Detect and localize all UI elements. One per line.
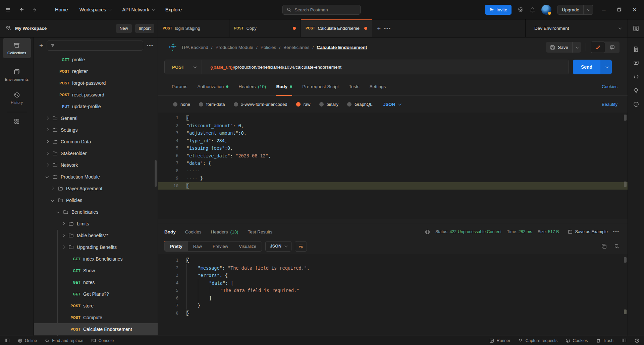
tree-folder[interactable]: StakeHolder xyxy=(34,147,158,159)
beautify-link[interactable]: Beautify xyxy=(602,102,618,107)
breadcrumb-item[interactable]: Production Module xyxy=(215,45,253,50)
request-tab-body[interactable]: Body xyxy=(276,78,292,95)
breadcrumb-item[interactable]: Beneficiaries xyxy=(283,45,309,50)
forward-arrow-icon[interactable] xyxy=(30,5,40,14)
breadcrumb-item[interactable]: Policies xyxy=(261,45,276,50)
tree-folder[interactable]: Production Module xyxy=(34,171,158,183)
body-mode-binary[interactable]: binary xyxy=(319,102,338,107)
code-line[interactable]: 5"issuing_fees":0, xyxy=(158,144,628,152)
code-line[interactable]: 8} xyxy=(158,309,628,317)
add-collection-button[interactable]: + xyxy=(39,42,43,50)
tree-request[interactable]: POSTCompute xyxy=(34,312,158,323)
window-minimize-button[interactable]: ─ xyxy=(599,7,608,13)
invite-button[interactable]: Invite xyxy=(485,5,512,15)
chevron-down-icon[interactable] xyxy=(51,199,54,202)
body-mode-x-www-form-urlencoded[interactable]: x-www-form-urlencoded xyxy=(234,102,287,107)
nav-item-explore[interactable]: Explore xyxy=(165,7,182,12)
request-tab-headers[interactable]: Headers(10) xyxy=(238,78,266,95)
tree-folder[interactable]: table benefits** xyxy=(34,229,158,241)
chevron-right-icon[interactable] xyxy=(46,128,49,132)
request-tab-params[interactable]: Params xyxy=(172,78,187,95)
sidebar-rail-environments[interactable]: Environments xyxy=(3,68,31,81)
tree-request[interactable]: GETprofile xyxy=(34,54,158,65)
tree-folder[interactable]: Common Data xyxy=(34,136,158,147)
new-button[interactable]: New xyxy=(116,24,132,33)
body-mode-none[interactable]: none xyxy=(173,102,190,107)
settings-gear-icon[interactable] xyxy=(518,7,524,13)
chevron-down-icon[interactable] xyxy=(46,175,49,179)
code-line[interactable]: 4"type_id": 284, xyxy=(158,137,628,145)
response-tab-headers[interactable]: Headers(13) xyxy=(211,224,238,239)
request-tab-tests[interactable]: Tests xyxy=(349,78,360,95)
tree-folder[interactable]: Limits xyxy=(34,218,158,229)
response-tab-cookies[interactable]: Cookies xyxy=(185,224,202,239)
statusbar-find-and-replace[interactable]: Find and replace xyxy=(45,338,83,343)
code-line[interactable]: 1{ xyxy=(158,114,628,122)
tab-options-icon[interactable]: ••• xyxy=(384,26,391,31)
method-selector[interactable]: POST xyxy=(165,60,202,74)
tree-request[interactable]: GETindex Beneficiaries xyxy=(34,253,158,265)
hamburger-menu-icon[interactable] xyxy=(3,5,13,14)
user-avatar[interactable] xyxy=(541,5,551,15)
chevron-right-icon[interactable] xyxy=(62,246,65,249)
statusbar-panel[interactable] xyxy=(5,338,10,343)
environment-selector[interactable]: Dev Environment xyxy=(526,19,628,37)
statusbar-panel[interactable] xyxy=(622,338,627,343)
tree-folder[interactable]: Upgrading Benefits xyxy=(34,241,158,253)
code-line[interactable]: 2"discount_amount": 0, xyxy=(158,122,628,130)
chevron-down-icon[interactable] xyxy=(56,210,60,214)
tree-folder[interactable]: Network xyxy=(34,159,158,171)
tree-request[interactable]: GETnotes xyxy=(34,276,158,288)
cookies-link[interactable]: Cookies xyxy=(602,84,618,89)
view-preview[interactable]: Preview xyxy=(207,242,233,251)
breadcrumb-item[interactable]: TPA Backend xyxy=(181,45,208,50)
statusbar-cookies[interactable]: Cookies xyxy=(566,338,588,343)
code-icon[interactable] xyxy=(633,74,639,80)
tree-folder[interactable]: Settings xyxy=(34,124,158,136)
body-mode-raw[interactable]: raw xyxy=(296,102,311,107)
send-button[interactable]: Send xyxy=(573,60,612,74)
statusbar-help[interactable] xyxy=(635,338,639,343)
statusbar-capture-requests[interactable]: Capture requests xyxy=(518,338,557,343)
response-body-viewer[interactable]: 1{2 "message": "The data field is requir… xyxy=(158,254,628,336)
chevron-right-icon[interactable] xyxy=(62,234,65,237)
body-mode-form-data[interactable]: form-data xyxy=(199,102,225,107)
statusbar-online[interactable]: Online xyxy=(18,338,37,343)
global-search-input[interactable]: Search Postman xyxy=(282,5,361,15)
window-maximize-button[interactable] xyxy=(614,7,624,13)
response-scrollbar[interactable] xyxy=(624,257,627,263)
tree-folder[interactable]: General xyxy=(34,112,158,124)
request-tab-settings[interactable]: Settings xyxy=(369,78,386,95)
window-close-button[interactable]: ✕ xyxy=(630,6,639,13)
statusbar-console[interactable]: Console xyxy=(91,338,114,343)
body-mode-GraphQL[interactable]: GraphQL xyxy=(347,102,372,107)
copy-response-icon[interactable] xyxy=(601,244,607,249)
import-button[interactable]: Import xyxy=(135,24,154,33)
tree-request[interactable]: POSTreset-password xyxy=(34,89,158,100)
nav-item-home[interactable]: Home xyxy=(55,7,68,12)
request-tab-authorization[interactable]: Authorization xyxy=(198,78,229,95)
filter-collections-input[interactable] xyxy=(47,41,144,51)
statusbar-runner[interactable]: Runner xyxy=(489,338,510,343)
info-icon[interactable] xyxy=(633,101,639,107)
editor-scrollbar[interactable] xyxy=(624,115,627,121)
back-arrow-icon[interactable] xyxy=(17,5,26,14)
code-line[interactable]: 5 "The data field is required." xyxy=(158,287,628,294)
workspace-title[interactable]: My Workspace xyxy=(15,26,113,31)
save-as-example-button[interactable]: Save as Example xyxy=(568,229,608,234)
chevron-right-icon[interactable] xyxy=(46,117,49,120)
tree-request[interactable]: POSTCalculate Endorsement xyxy=(34,323,158,335)
body-language-selector[interactable]: JSON xyxy=(383,102,400,107)
code-line[interactable]: 10} xyxy=(158,182,628,190)
sidebar-rail-history[interactable]: History xyxy=(3,91,31,105)
sidebar-scrollbar[interactable] xyxy=(155,160,157,187)
sidebar-rail-collections[interactable]: Collections xyxy=(3,38,31,58)
document-icon[interactable] xyxy=(633,46,639,52)
environment-quick-look[interactable] xyxy=(628,19,644,37)
wrap-lines-button[interactable] xyxy=(295,241,307,252)
tree-folder[interactable]: Beneficiaries xyxy=(34,206,158,218)
url-input[interactable]: {{base_url}}/production/beneficiaries/10… xyxy=(202,65,341,70)
tree-folder[interactable]: Payer Agreement xyxy=(34,183,158,194)
code-line[interactable]: 4 "data": [ xyxy=(158,279,628,287)
tree-request[interactable]: POSTstore xyxy=(34,300,158,312)
